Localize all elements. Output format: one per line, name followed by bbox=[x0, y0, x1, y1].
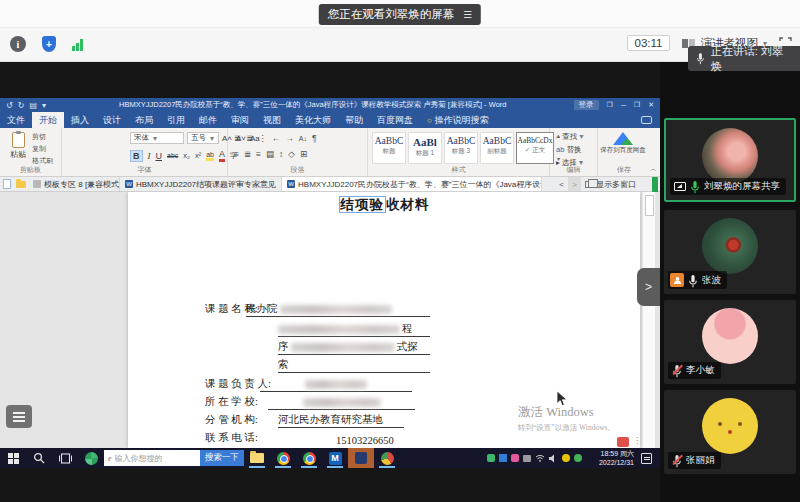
doc-tab-template[interactable]: 模板专区 8 [兼容模式] bbox=[28, 177, 120, 191]
network-signal-icon[interactable] bbox=[72, 38, 83, 51]
tell-me-search[interactable]: ○操作说明搜索 bbox=[420, 112, 496, 128]
taskbar-search-box[interactable]: e 输入你想搜的 bbox=[104, 450, 200, 466]
style-heading3[interactable]: AaBbC标题 3 bbox=[444, 132, 478, 164]
scrollbar-thumb[interactable] bbox=[645, 195, 654, 216]
meeting-app-icon[interactable] bbox=[374, 448, 400, 468]
italic-button[interactable]: I bbox=[148, 151, 151, 161]
tab-baidu-netdisk[interactable]: 百度网盘 bbox=[370, 112, 420, 128]
increase-indent-button[interactable]: → bbox=[285, 133, 294, 143]
participant-tile[interactable]: 张丽娟 bbox=[664, 390, 796, 474]
tab-references[interactable]: 引用 bbox=[160, 112, 192, 128]
annotation-menu-button[interactable] bbox=[6, 405, 32, 428]
ribbon-display-icon[interactable]: ❐ bbox=[607, 101, 613, 109]
tab-review[interactable]: 审阅 bbox=[224, 112, 256, 128]
customize-qat-icon[interactable]: ▾ bbox=[42, 101, 46, 110]
align-center-button[interactable]: ≣ bbox=[244, 149, 251, 159]
undo-icon[interactable]: ↺ bbox=[6, 101, 13, 110]
open-folder-icon[interactable] bbox=[14, 177, 28, 191]
participant-tile-sharing[interactable]: 刘翠焕的屏幕共享 bbox=[664, 118, 796, 202]
scroll-tabs-right[interactable]: > bbox=[568, 177, 581, 191]
strikethrough-button[interactable]: abc bbox=[167, 152, 178, 159]
save-icon[interactable]: ▤ bbox=[29, 101, 37, 110]
participant-tile[interactable]: 张波 bbox=[664, 210, 796, 294]
tray-app-icon[interactable] bbox=[499, 454, 507, 462]
tray-pink-app-icon[interactable] bbox=[511, 454, 519, 462]
cut-button[interactable]: 剪切 bbox=[32, 132, 53, 142]
meeting-info-icon[interactable]: i bbox=[10, 36, 26, 52]
tab-view[interactable]: 视图 bbox=[256, 112, 288, 128]
document-page[interactable]: 结项验收材料 课 题 名 称: 民办院 程 序式探 索 课 题 负 责 人: 所… bbox=[128, 192, 640, 448]
paste-button[interactable]: 粘贴 bbox=[6, 132, 30, 160]
comments-icon[interactable] bbox=[641, 116, 652, 124]
tab-home[interactable]: 开始 bbox=[32, 112, 64, 128]
tray-camera-icon[interactable] bbox=[523, 455, 531, 462]
shading-button[interactable]: ◇ bbox=[288, 149, 295, 159]
security-shield-icon[interactable]: + bbox=[42, 36, 56, 52]
tab-insert[interactable]: 插入 bbox=[64, 112, 96, 128]
style-subtitle[interactable]: AaBbC副标题 bbox=[480, 132, 514, 164]
login-button[interactable]: 登录 bbox=[574, 100, 599, 110]
numbering-button[interactable]: ≣ bbox=[246, 133, 253, 143]
more-options-icon[interactable]: ⋮ bbox=[633, 436, 641, 445]
minimize-button[interactable]: ─ bbox=[621, 102, 626, 109]
tray-green-icon[interactable] bbox=[574, 454, 582, 462]
file-explorer-icon[interactable] bbox=[244, 448, 270, 468]
tab-file[interactable]: 文件 bbox=[0, 112, 32, 128]
font-name-select[interactable]: 宋体▾ bbox=[130, 132, 184, 144]
bullets-button[interactable]: ≣ bbox=[234, 133, 241, 143]
tab-layout[interactable]: 布局 bbox=[128, 112, 160, 128]
volume-icon[interactable] bbox=[549, 454, 558, 463]
replace-button[interactable]: ab 替换 bbox=[556, 145, 583, 155]
underline-button[interactable]: U bbox=[156, 151, 163, 161]
action-center-icon[interactable] bbox=[641, 453, 652, 464]
multilevel-list-button[interactable]: ⋮ bbox=[258, 133, 267, 143]
app-m-icon[interactable]: M bbox=[322, 448, 348, 468]
doc-tab-active[interactable]: W HBMXYJJD2207民办院校基于“教、学、赛”三位一体的《Java程序设… bbox=[282, 177, 542, 191]
collapse-ribbon-icon[interactable]: ︿ bbox=[650, 164, 657, 174]
superscript-button[interactable]: x² bbox=[195, 151, 201, 160]
show-marks-button[interactable]: ¶ bbox=[312, 133, 317, 143]
tab-help[interactable]: 帮助 bbox=[338, 112, 370, 128]
subscript-button[interactable]: x₂ bbox=[183, 151, 190, 160]
save-to-baidu-button[interactable]: 保存到百度网盘 bbox=[600, 130, 646, 153]
floating-widget-icon[interactable] bbox=[617, 437, 629, 447]
tray-wechat-icon[interactable] bbox=[487, 454, 495, 462]
start-button[interactable] bbox=[0, 448, 26, 468]
wifi-icon[interactable] bbox=[535, 454, 545, 462]
tab-design[interactable]: 设计 bbox=[96, 112, 128, 128]
new-document-icon[interactable] bbox=[0, 177, 14, 191]
taskbar-search-icon[interactable] bbox=[26, 448, 52, 468]
align-left-button[interactable]: ≡ bbox=[234, 149, 239, 159]
chrome-icon-2[interactable] bbox=[296, 448, 322, 468]
new-tab-button[interactable] bbox=[542, 177, 555, 191]
scroll-tabs-left[interactable]: < bbox=[555, 177, 568, 191]
expand-panel-button[interactable]: > bbox=[637, 268, 660, 306]
document-scrollbar[interactable] bbox=[642, 192, 655, 448]
task-view-icon[interactable] bbox=[52, 448, 78, 468]
tab-mailings[interactable]: 邮件 bbox=[192, 112, 224, 128]
copy-button[interactable]: 复制 bbox=[32, 144, 53, 154]
find-button[interactable]: ⌕ 查找 ▾ bbox=[556, 132, 583, 142]
sort-button[interactable]: A↓ bbox=[299, 135, 307, 142]
banner-menu-icon[interactable]: ☰ bbox=[463, 9, 472, 20]
text-highlight-button[interactable]: ab bbox=[206, 151, 214, 161]
line-spacing-button[interactable]: ↕ bbox=[279, 149, 283, 159]
search-go-button[interactable]: 搜索一下 bbox=[200, 450, 244, 466]
close-button[interactable]: ✕ bbox=[648, 101, 654, 109]
font-color-button[interactable]: A bbox=[219, 149, 225, 162]
decrease-indent-button[interactable]: ← bbox=[272, 133, 281, 143]
tray-yellow-icon[interactable] bbox=[562, 454, 570, 462]
font-size-select[interactable]: 五号▾ bbox=[187, 132, 219, 144]
document-canvas[interactable]: 结项验收材料 课 题 名 称: 民办院 程 序式探 索 课 题 负 责 人: 所… bbox=[0, 192, 660, 448]
show-multi-window-button[interactable]: 显示多窗口 bbox=[581, 177, 640, 191]
align-right-button[interactable]: ≡ bbox=[256, 149, 261, 159]
participant-tile[interactable]: 李小敏 bbox=[664, 300, 796, 384]
browser-360-icon[interactable] bbox=[78, 448, 104, 468]
style-normal-selected[interactable]: AaBbCcDx✓ 正文 bbox=[516, 132, 554, 164]
bold-button[interactable]: B bbox=[130, 150, 143, 162]
taskbar-clock[interactable]: 18:59 周六 2022/12/31 bbox=[599, 449, 634, 467]
redo-icon[interactable]: ↻ bbox=[18, 101, 25, 110]
justify-button[interactable]: ▤ bbox=[266, 149, 274, 159]
doc-tab-review[interactable]: W HBMXYJJD2207结项课题评审专家意见 bbox=[120, 177, 282, 191]
chrome-icon[interactable] bbox=[270, 448, 296, 468]
